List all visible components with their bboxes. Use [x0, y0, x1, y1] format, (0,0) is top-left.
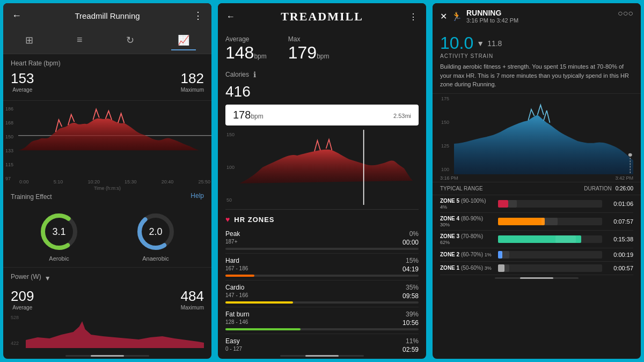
aerobic-label: Aerobic: [38, 255, 80, 262]
power-expand[interactable]: ▼: [45, 275, 51, 282]
power-title: Power (W): [11, 273, 41, 280]
p3-zone-5: ZONE 5 (90-100%) 4% 0:01:06: [440, 195, 633, 213]
training-title: Training Effect: [11, 193, 52, 201]
close-button[interactable]: ✕: [440, 11, 447, 21]
p2-average-block: Average 148bpm: [225, 35, 267, 63]
hr-max-block: 182 Maximum: [181, 70, 204, 93]
chart-x-axis-label: Time (h:m:s): [3, 184, 211, 192]
p2-average-val: 148bpm: [225, 43, 267, 63]
svg-point-7: [628, 153, 632, 156]
help-button[interactable]: Help: [191, 192, 204, 200]
p3-time-end: 3:42 PM: [615, 175, 633, 181]
power-header: Power (W) ▼: [11, 273, 204, 284]
p3-zone-4: ZONE 4 (80-90%) 30% 0:07:57: [440, 213, 633, 231]
cursor-dist: 2.53mi: [393, 109, 411, 121]
aerobic-val: 3.1: [52, 226, 65, 238]
heartrate-metrics: 153 Average 182 Maximum: [11, 70, 204, 93]
p2-header: ← TREADMILL ⋮: [218, 3, 426, 30]
info-icon[interactable]: ℹ: [253, 70, 256, 79]
p3-zone-4-bar: [498, 218, 602, 225]
p1-content: Heart Rate (bpm) 153 Average 182 Maximum…: [3, 54, 211, 353]
tab-laps[interactable]: ↻: [120, 31, 141, 50]
p2-max-label: Max: [288, 35, 330, 43]
p3-zone-3-label: ZONE 3 (70-80%) 62%: [440, 233, 494, 245]
power-max-block: 484 Maximum: [181, 288, 204, 311]
p2-content: Average 148bpm Max 179bpm Calories ℹ 416…: [218, 30, 426, 353]
panel-treadmill: ← TREADMILL ⋮ Average 148bpm Max 179bpm …: [218, 3, 426, 359]
p2-back-button[interactable]: ←: [226, 12, 235, 21]
hr-max-label: Maximum: [181, 87, 204, 93]
p3-activity-info: RUNNING 3:16 PM to 3:42 PM: [466, 9, 518, 24]
power-max-label: Maximum: [181, 305, 204, 311]
x-label-0: 0:00: [19, 179, 29, 184]
p1-tabs: ⊞ ≡ ↻ 📈: [3, 28, 211, 54]
p3-zone-3-bar: [498, 235, 602, 243]
hr-chart: 18616815013311597: [3, 101, 211, 187]
strain-description: Building aerobic fitness + strength. You…: [440, 62, 633, 89]
calories-label: Calories: [225, 71, 249, 78]
zone-fatburn: Fat burn39% 128 - 14610:56: [225, 307, 419, 334]
p3-more-button[interactable]: ○○○: [618, 9, 633, 18]
power-avg-block: 209 Average: [11, 288, 34, 311]
aerobic-gauge: 3.1 Aerobic: [38, 210, 80, 262]
strain-badge-num: 11.8: [487, 39, 502, 48]
power-section: Power (W) ▼ 209 Average 484 Maximum 5284…: [3, 268, 211, 353]
p3-zone-2-label: ZONE 2 (60-70%) 1%: [440, 252, 494, 257]
p3-zone-1-time: 0:00:57: [606, 265, 633, 271]
p3-zones: ZONE 5 (90-100%) 4% 0:01:06 ZONE 4 (80-9…: [433, 195, 641, 275]
p3-zone-1-label: ZONE 1 (50-60%) 3%: [440, 265, 494, 271]
hr-zones-list: Peak0% 187+00:00 Hard15% 167 - 18604:19 …: [225, 227, 419, 353]
p2-max-val: 179bpm: [288, 43, 330, 63]
heartrate-section: Heart Rate (bpm) 153 Average 182 Maximum: [3, 54, 211, 101]
hr-average-label: Average: [11, 87, 34, 93]
cursor-bpm: 178bpm: [233, 109, 264, 121]
p2-max-block: Max 179bpm: [288, 35, 330, 63]
p3-zone-4-label: ZONE 4 (80-90%) 30%: [440, 216, 494, 227]
p3-activity-time: 3:16 PM to 3:42 PM: [466, 17, 518, 24]
hr-max-val: 182: [181, 70, 204, 87]
p3-activity-title: RUNNING: [466, 9, 518, 17]
panel-garmin: ← Treadmill Running ⋮ ⊞ ≡ ↻ 📈 Heart Rate…: [3, 3, 211, 359]
p2-hr-chart: 15010050: [225, 130, 419, 205]
back-button[interactable]: ←: [12, 10, 21, 21]
p1-title: Treadmill Running: [75, 11, 140, 20]
p3-chart: 175150125100: [433, 94, 641, 174]
tab-summary[interactable]: ⊞: [19, 31, 40, 50]
p3-zone-4-time: 0:07:57: [606, 218, 633, 225]
x-label-1: 5:10: [54, 179, 63, 184]
p3-header: ✕ 🏃 RUNNING 3:16 PM to 3:42 PM ○○○: [433, 3, 641, 29]
p3-zone-5-time: 0:01:06: [606, 201, 633, 207]
p2-more-button[interactable]: ⋮: [409, 12, 418, 22]
typical-range-label: TYPICAL RANGE: [440, 186, 483, 191]
panel-whoop: ✕ 🏃 RUNNING 3:16 PM to 3:42 PM ○○○ 10.0 …: [433, 3, 641, 359]
aerobic-donut: 3.1: [38, 210, 80, 253]
calories-row: Calories ℹ: [225, 68, 419, 83]
more-button[interactable]: ⋮: [193, 10, 203, 21]
power-avg-label: Average: [11, 305, 34, 311]
tab-chart[interactable]: 📈: [171, 31, 196, 50]
anaerobic-gauge: 2.0 Anaerobic: [134, 210, 177, 262]
tab-list[interactable]: ≡: [70, 31, 89, 50]
p3-chart-labels: 3:16 PM 3:42 PM: [433, 174, 641, 182]
hr-zones-title: HR ZONES: [234, 216, 274, 224]
p3-zone-1-bar: [498, 264, 602, 272]
x-label-2: 10:20: [87, 179, 100, 184]
zone-hard: Hard15% 167 - 18604:19: [225, 254, 419, 280]
p3-zone-5-bar: [498, 200, 602, 208]
p3-time-start: 3:16 PM: [440, 175, 458, 181]
avg-max-row: Average 148bpm Max 179bpm: [225, 30, 419, 68]
x-label-3: 15:30: [125, 179, 137, 184]
cursor-box: 178bpm 2.53mi: [225, 105, 419, 125]
hr-zones-header: ♥ HR ZONES: [225, 209, 419, 227]
strain-val: 10.0 ▼ 11.8: [440, 33, 502, 53]
power-metrics: 209 Average 484 Maximum: [11, 288, 204, 311]
run-icon: 🏃: [451, 11, 462, 21]
p2-logo: TREADMILL: [281, 10, 363, 24]
hr-average-block: 153 Average: [11, 70, 34, 93]
p3-zone-2-bar: [498, 251, 602, 258]
heart-icon: ♥: [225, 215, 230, 224]
p2-avg-unit: bpm: [254, 53, 266, 60]
duration-label-val: DURATION 0:26:00: [584, 186, 633, 191]
duration-header: TYPICAL RANGE DURATION 0:26:00: [433, 182, 641, 195]
zone-easy: Easy11% 0 - 12702:59: [225, 334, 419, 353]
